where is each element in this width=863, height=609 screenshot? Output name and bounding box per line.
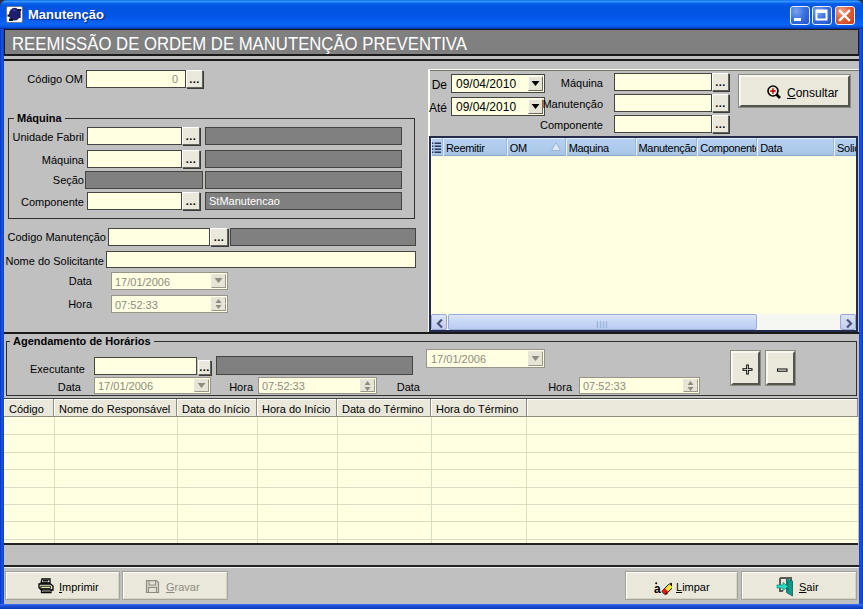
svg-text:a: a bbox=[654, 582, 661, 596]
